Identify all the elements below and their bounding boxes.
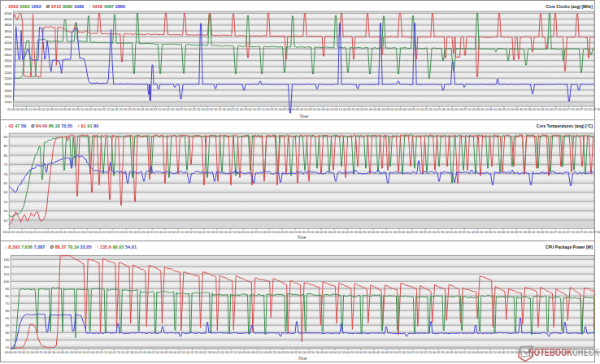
svg-text:00:03:50: 00:03:50: [302, 231, 315, 234]
svg-text:00:02:50: 00:02:50: [224, 231, 237, 234]
svg-text:00:05:00: 00:05:00: [393, 351, 406, 354]
svg-text:00:06:10: 00:06:10: [485, 108, 498, 111]
svg-text:00:04:40: 00:04:40: [367, 351, 380, 354]
svg-text:00:00:10: 00:00:10: [20, 108, 33, 111]
svg-text:00:05:30: 00:05:30: [433, 108, 446, 111]
svg-text:Time: Time: [298, 356, 307, 361]
svg-text:00:02:00: 00:02:00: [159, 231, 172, 234]
svg-text:00:00:20: 00:00:20: [29, 231, 41, 234]
svg-text:00:00:40: 00:00:40: [59, 108, 72, 111]
svg-text:00:00:10: 00:00:10: [18, 351, 30, 354]
svg-text:1600: 1600: [4, 89, 12, 93]
svg-text:00:03:00: 00:03:00: [238, 351, 250, 354]
svg-text:00:03:00: 00:03:00: [240, 108, 252, 111]
svg-text:3600: 3600: [4, 29, 12, 33]
svg-text:00:04:10: 00:04:10: [329, 351, 341, 354]
svg-text:2800: 2800: [4, 53, 12, 57]
svg-text:00:00:10: 00:00:10: [16, 231, 28, 234]
svg-text:Time: Time: [298, 235, 307, 240]
svg-text:00:01:20: 00:01:20: [107, 231, 120, 234]
svg-text:00:04:00: 00:04:00: [317, 108, 329, 111]
svg-text:00:03:20: 00:03:20: [263, 231, 276, 234]
svg-text:00:01:00: 00:01:00: [85, 108, 97, 111]
svg-text:00:03:30: 00:03:30: [276, 231, 289, 234]
svg-text:00:05:30: 00:05:30: [433, 351, 445, 354]
svg-text:85: 85: [4, 144, 8, 148]
svg-text:45: 45: [4, 219, 8, 223]
svg-text:1200: 1200: [4, 100, 12, 104]
svg-text:3000: 3000: [4, 47, 12, 51]
svg-text:00:01:10: 00:01:10: [94, 231, 107, 234]
svg-text:00:01:10: 00:01:10: [95, 351, 107, 354]
svg-text:00:03:10: 00:03:10: [253, 108, 265, 111]
svg-text:00:07:00: 00:07:00: [550, 231, 562, 234]
svg-text:00:06:20: 00:06:20: [498, 108, 510, 111]
svg-text:00:05:40: 00:05:40: [446, 108, 459, 111]
svg-text:00:04:50: 00:04:50: [382, 108, 394, 111]
svg-text:110: 110: [4, 272, 10, 276]
svg-text:00:02:40: 00:02:40: [212, 351, 224, 354]
svg-text:00:00:50: 00:00:50: [72, 108, 84, 111]
svg-text:55: 55: [4, 200, 8, 204]
svg-text:00:01:30: 00:01:30: [120, 231, 133, 234]
svg-text:00:03:40: 00:03:40: [289, 231, 302, 234]
svg-text:20: 20: [6, 338, 10, 342]
svg-text:1800: 1800: [4, 82, 12, 86]
svg-text:00:06:10: 00:06:10: [485, 351, 497, 354]
svg-text:70: 70: [4, 172, 8, 176]
svg-text:00:07:20: 00:07:20: [576, 108, 588, 111]
svg-text:00:03:10: 00:03:10: [251, 351, 263, 354]
svg-text:NOTEBOOKCHECK: NOTEBOOKCHECK: [528, 346, 600, 358]
svg-text:00:04:30: 00:04:30: [354, 351, 367, 354]
svg-text:00:06:40: 00:06:40: [524, 231, 536, 234]
svg-text:3200: 3200: [4, 41, 12, 45]
svg-text:3800: 3800: [4, 23, 12, 27]
svg-text:00:04:10: 00:04:10: [328, 231, 341, 234]
svg-text:2200: 2200: [4, 71, 12, 75]
svg-text:00:01:20: 00:01:20: [111, 108, 123, 111]
svg-text:00:02:20: 00:02:20: [186, 351, 198, 354]
svg-text:120: 120: [3, 265, 10, 269]
svg-text:00:04:40: 00:04:40: [369, 108, 381, 111]
svg-text:40: 40: [6, 323, 10, 327]
svg-text:00:02:30: 00:02:30: [198, 231, 211, 234]
svg-text:00:01:40: 00:01:40: [133, 231, 146, 234]
svg-text:90: 90: [4, 135, 8, 139]
svg-text:00:06:20: 00:06:20: [498, 351, 510, 354]
svg-text:00:03:30: 00:03:30: [277, 351, 289, 354]
svg-text:00:03:40: 00:03:40: [291, 108, 303, 111]
svg-text:00:04:30: 00:04:30: [354, 231, 367, 234]
svg-text:00:07:30: 00:07:30: [589, 108, 600, 111]
svg-text:00:01:30: 00:01:30: [124, 108, 136, 111]
svg-text:00:06:50: 00:06:50: [537, 231, 549, 234]
svg-text:75: 75: [4, 162, 8, 167]
svg-text:00:00:00: 00:00:00: [3, 231, 15, 234]
svg-text:00:05:30: 00:05:30: [433, 231, 445, 234]
svg-text:00:05:50: 00:05:50: [459, 108, 472, 111]
svg-text:00:00:40: 00:00:40: [57, 351, 69, 354]
svg-text:80: 80: [6, 294, 10, 298]
svg-text:00:07:10: 00:07:10: [563, 108, 575, 111]
svg-text:00:02:40: 00:02:40: [214, 108, 226, 111]
svg-text:2400: 2400: [4, 64, 12, 68]
svg-text:00:01:50: 00:01:50: [147, 351, 159, 354]
svg-text:Core Temperatures (avg) [°C]: Core Temperatures (avg) [°C]: [537, 124, 593, 128]
svg-text:00:02:00: 00:02:00: [163, 108, 175, 111]
svg-text:↓ 8,393 7,636 7,087Ø 88,37 70,: ↓ 8,393 7,636 7,087Ø 88,37 70,19 32,05↑ …: [5, 245, 137, 249]
svg-text:00:00:00: 00:00:00: [5, 351, 17, 354]
svg-text:00:00:30: 00:00:30: [44, 351, 56, 354]
svg-text:00:02:30: 00:02:30: [199, 351, 211, 354]
svg-text:00:04:40: 00:04:40: [367, 231, 380, 234]
svg-text:30: 30: [6, 331, 10, 335]
svg-text:00:05:10: 00:05:10: [407, 231, 419, 234]
svg-text:00:03:50: 00:03:50: [304, 108, 316, 111]
svg-text:80: 80: [4, 154, 8, 158]
svg-text:130: 130: [3, 258, 10, 262]
svg-text:00:05:10: 00:05:10: [407, 351, 419, 354]
svg-text:00:00:20: 00:00:20: [33, 108, 46, 111]
svg-text:00:00:20: 00:00:20: [31, 351, 43, 354]
svg-text:00:01:20: 00:01:20: [108, 351, 120, 354]
svg-text:00:03:40: 00:03:40: [290, 351, 302, 354]
svg-text:00:04:50: 00:04:50: [380, 351, 393, 354]
svg-text:00:03:50: 00:03:50: [303, 351, 315, 354]
